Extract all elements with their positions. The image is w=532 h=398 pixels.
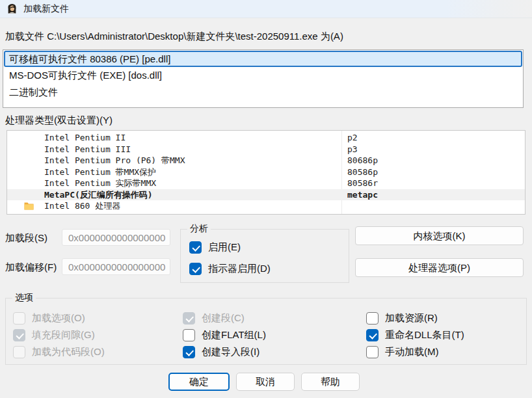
fill-segment-gaps-checkbox: 填充段间隙(G): [13, 329, 95, 341]
help-button[interactable]: 帮助: [301, 373, 360, 391]
load-new-file-dialog: 加载新文件 加载文件 C:\Users\Administrator\Deskto…: [0, 0, 532, 398]
checkbox-checked-icon[interactable]: [366, 329, 379, 341]
checkbox-icon: [13, 346, 25, 358]
load-options-checkbox: 加载选项(O): [13, 312, 85, 325]
load-offset-input[interactable]: [62, 258, 170, 275]
checkbox-icon[interactable]: [366, 312, 379, 325]
cancel-button[interactable]: 取消: [236, 373, 295, 391]
file-prompt-label: 加载文件 C:\Users\Administrator\Desktop\新建文件…: [5, 31, 343, 43]
checkbox-checked-icon: [13, 329, 25, 341]
title-bar: 加载新文件: [0, 0, 532, 18]
checkbox-checked-icon: [183, 312, 195, 325]
load-segment-label: 加载段(S): [5, 232, 47, 245]
checkbox-checked-icon[interactable]: [189, 241, 202, 254]
processor-row[interactable]: Intel Pentium Pro (P6) 带MMX 80686p: [7, 155, 525, 166]
load-resources-checkbox[interactable]: 加载资源(R): [366, 312, 438, 325]
kernel-options-button[interactable]: 内核选项(K): [355, 226, 524, 245]
ida-portrait-icon: [7, 3, 18, 14]
checkbox-checked-icon[interactable]: [183, 346, 195, 358]
processor-type-label: 处理器类型(双击设置)(Y): [5, 114, 113, 127]
checkbox-icon[interactable]: [366, 346, 379, 358]
ok-button[interactable]: 确定: [168, 373, 230, 391]
checkbox-icon[interactable]: [183, 329, 195, 341]
analysis-indicator-checkbox[interactable]: 指示器启用(D): [189, 263, 271, 275]
create-imports-segment-checkbox[interactable]: 创建导入段(I): [183, 346, 259, 358]
processor-row[interactable]: Intel Pentium III p3: [7, 144, 525, 155]
window-title: 加载新文件: [23, 3, 69, 15]
rename-dll-entries-checkbox[interactable]: 重命名DLL条目(T): [366, 329, 464, 341]
options-group-title: 选项: [12, 292, 36, 304]
processor-row[interactable]: Intel Pentium II p2: [7, 132, 525, 144]
load-as-code-segment-checkbox: 加载为代码段(O): [13, 346, 105, 358]
file-type-option-msdos[interactable]: MS-DOS可执行文件 (EXE) [dos.dll]: [3, 67, 523, 84]
processor-options-button[interactable]: 处理器选项(P): [355, 258, 524, 277]
processor-row[interactable]: Intel Pentium 带MMX保护 80586p: [7, 166, 525, 178]
processor-type-list[interactable]: Intel Pentium II p2 Intel Pentium III p3…: [7, 130, 525, 215]
create-segments-checkbox: 创建段(C): [183, 312, 245, 325]
analysis-group-title: 分析: [187, 223, 211, 235]
processor-row-clipped[interactable]: Intel 860 XP i860xp: [7, 212, 525, 215]
checkbox-checked-icon[interactable]: [189, 263, 202, 275]
checkbox-icon: [13, 312, 25, 325]
file-type-option-binary[interactable]: 二进制文件: [3, 84, 523, 101]
file-type-option-pe[interactable]: 可移植可执行文件 80386 (PE) [pe.dll]: [4, 51, 522, 67]
file-type-listbox[interactable]: 可移植可执行文件 80386 (PE) [pe.dll] MS-DOS可执行文件…: [3, 49, 524, 108]
create-flat-group-checkbox[interactable]: 创建FLAT组(L): [183, 329, 266, 341]
processor-row[interactable]: Intel Pentium 实际带MMX 80586r: [7, 178, 525, 189]
manual-load-checkbox[interactable]: 手动加载(M): [366, 346, 439, 358]
load-offset-label: 加载偏移(F): [5, 261, 57, 274]
processor-row-metapc-selected[interactable]: MetaPC(反汇编所有操作码) metapc: [7, 189, 525, 201]
load-segment-input[interactable]: [62, 229, 170, 246]
analysis-enabled-checkbox[interactable]: 启用(E): [189, 241, 241, 254]
processor-row-folder[interactable]: Intel 860 处理器: [7, 200, 525, 212]
